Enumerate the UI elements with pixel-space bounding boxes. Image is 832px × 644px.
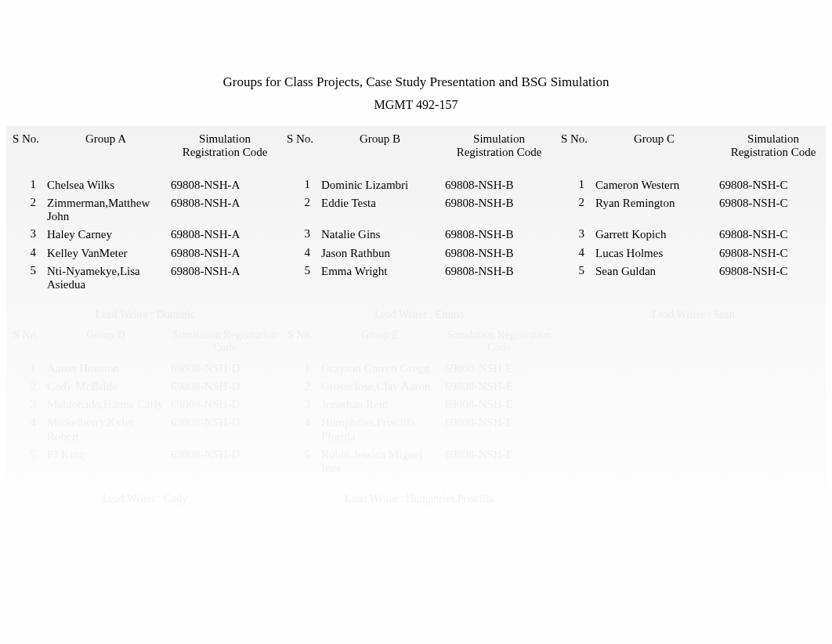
ghost-cell: 69808-NSH-D xyxy=(168,396,282,414)
cell-name: Emma Wright xyxy=(318,262,442,294)
ghost-leader-a: Lead Writer : Dominic xyxy=(8,304,282,324)
table-header-row: S No. Group A Simulation Registration Co… xyxy=(8,128,830,165)
ghost-cell: 2 xyxy=(8,378,44,396)
ghost-cell: PJ King xyxy=(44,446,168,478)
cell-code: 69808-NSH-C xyxy=(716,262,830,294)
header-group-c: Group C xyxy=(592,128,716,165)
cell-name: Garrett Kopich xyxy=(592,225,716,243)
groups-table: S No. Group A Simulation Registration Co… xyxy=(8,128,830,508)
ghost-cell: 4 xyxy=(282,414,318,446)
cell-code: 69808-NSH-B xyxy=(442,225,556,243)
cell-name: Sean Guldan xyxy=(592,262,716,294)
cell-name: Chelsea Wilks xyxy=(44,175,168,194)
cell-name: Dominic Lizambri xyxy=(318,175,442,194)
cell-sno: 1 xyxy=(556,175,592,194)
ghost-cell: 1 xyxy=(8,360,44,378)
ghost-cell: Cody McBride xyxy=(44,378,168,396)
cell-code: 69808-NSH-B xyxy=(442,194,556,226)
cell-code: 69808-NSH-A xyxy=(168,262,282,294)
cell-name: Lucas Holmes xyxy=(592,244,716,262)
cell-sno: 4 xyxy=(556,244,592,262)
cell-name: Ryan Remington xyxy=(592,194,716,226)
header-sno-a: S No. xyxy=(8,128,44,165)
ghost-cell: Grayson Garrett Gregg xyxy=(318,360,442,378)
ghost-cell: Maldonado,Hanna Carly xyxy=(44,396,168,414)
ghost-header-code-d: Simulation Registration Code xyxy=(168,324,282,359)
ghost-cell: 3 xyxy=(282,396,318,414)
ghost-cell: 5 xyxy=(282,446,318,478)
ghost-header-group-d: Group D xyxy=(44,324,168,359)
header-code-a: Simulation Registration Code xyxy=(168,128,282,165)
cell-name: Cameron Western xyxy=(592,175,716,194)
header-group-b: Group B xyxy=(318,128,442,165)
table-row: 3 Haley Carney 69808-NSH-A 3 Natalie Gin… xyxy=(8,225,830,243)
cell-sno: 3 xyxy=(282,225,318,243)
cell-sno: 3 xyxy=(556,225,592,243)
cell-code: 69808-NSH-C xyxy=(716,175,830,194)
ghost-cell: Aaron Houston xyxy=(44,360,168,378)
ghost-cell: Jonathan Reid xyxy=(318,396,442,414)
ghost-cell: 69808-NSH-E xyxy=(442,396,556,414)
header-sno-b: S No. xyxy=(282,128,318,165)
cell-name: Eddie Testa xyxy=(318,194,442,226)
header-sno-c: S No. xyxy=(556,128,592,165)
cell-code: 69808-NSH-C xyxy=(716,194,830,226)
ghost-cell: 2 xyxy=(282,378,318,396)
ghost-cell: 69808-NSH-E xyxy=(442,414,556,446)
cell-code: 69808-NSH-B xyxy=(442,175,556,194)
ghost-cell: 69808-NSH-D xyxy=(168,360,282,378)
ghost-cell: Humphries,Priscilla Florida xyxy=(318,414,442,446)
table-row: 5 Nti-Nyamekye,Lisa Asiedua 69808-NSH-A … xyxy=(8,262,830,294)
ghost-leader-b: Lead Writer : Emma xyxy=(282,304,556,324)
cell-sno: 3 xyxy=(8,225,44,243)
ghost-cell: Groseclose,Clay Aaron xyxy=(318,378,442,396)
cell-sno: 1 xyxy=(8,175,44,194)
cell-code: 69808-NSH-C xyxy=(716,244,830,262)
cell-code: 69808-NSH-A xyxy=(168,244,282,262)
ghost-header-sno-e: S No. xyxy=(282,324,318,359)
cell-sno: 5 xyxy=(556,262,592,294)
header-code-b: Simulation Registration Code xyxy=(442,128,556,165)
ghost-header-code-e: Simulation Registration Code xyxy=(442,324,556,359)
cell-name: Haley Carney xyxy=(44,225,168,243)
ghost-cell: 69808-NSH-E xyxy=(442,360,556,378)
ghost-leader-e: Lead Writer : Humphries,Priscilla xyxy=(282,488,556,508)
cell-sno: 4 xyxy=(8,244,44,262)
cell-sno: 1 xyxy=(282,175,318,194)
table-row: 1 Chelsea Wilks 69808-NSH-A 1 Dominic Li… xyxy=(8,175,830,194)
cell-name: Kelley VanMeter xyxy=(44,244,168,262)
page-subtitle: MGMT 492-157 xyxy=(0,98,832,112)
ghost-cell: 1 xyxy=(282,360,318,378)
groups-table-container: S No. Group A Simulation Registration Co… xyxy=(6,126,826,510)
ghost-cell: 69808-NSH-D xyxy=(168,414,282,446)
ghost-cell: 69808-NSH-E xyxy=(442,446,556,478)
ghost-cell: Rubio,Jessica Miguel Ines xyxy=(318,446,442,478)
cell-code: 69808-NSH-C xyxy=(716,225,830,243)
ghost-cell: 4 xyxy=(8,414,44,446)
cell-sno: 2 xyxy=(282,194,318,226)
ghost-leader-d: Lead Writer : Cody xyxy=(8,488,282,508)
cell-code: 69808-NSH-A xyxy=(168,175,282,194)
ghost-cell: 3 xyxy=(8,396,44,414)
ghost-leader-c: Lead Writer : Sean xyxy=(556,304,830,324)
cell-sno: 4 xyxy=(282,244,318,262)
ghost-section: Lead Writer : Dominic Lead Writer : Emma… xyxy=(8,304,830,508)
page-title: Groups for Class Projects, Case Study Pr… xyxy=(0,74,832,90)
cell-code: 69808-NSH-B xyxy=(442,244,556,262)
header-code-c: Simulation Registration Code xyxy=(716,128,830,165)
ghost-cell: 69808-NSH-D xyxy=(168,446,282,478)
cell-code: 69808-NSH-A xyxy=(168,194,282,226)
ghost-header-sno-d: S No. xyxy=(8,324,44,359)
table-row: 4 Kelley VanMeter 69808-NSH-A 4 Jason Ra… xyxy=(8,244,830,262)
cell-name: Nti-Nyamekye,Lisa Asiedua xyxy=(44,262,168,294)
cell-code: 69808-NSH-B xyxy=(442,262,556,294)
ghost-cell: 69808-NSH-D xyxy=(168,378,282,396)
header-group-a: Group A xyxy=(44,128,168,165)
cell-name: Natalie Gins xyxy=(318,225,442,243)
cell-name: Zimmerman,Matthew John xyxy=(44,194,168,226)
table-row: 2 Zimmerman,Matthew John 69808-NSH-A 2 E… xyxy=(8,194,830,226)
cell-sno: 5 xyxy=(282,262,318,294)
ghost-cell: Mickelberry,Kyler Robert xyxy=(44,414,168,446)
ghost-header-group-e: Group E xyxy=(318,324,442,359)
cell-sno: 2 xyxy=(556,194,592,226)
